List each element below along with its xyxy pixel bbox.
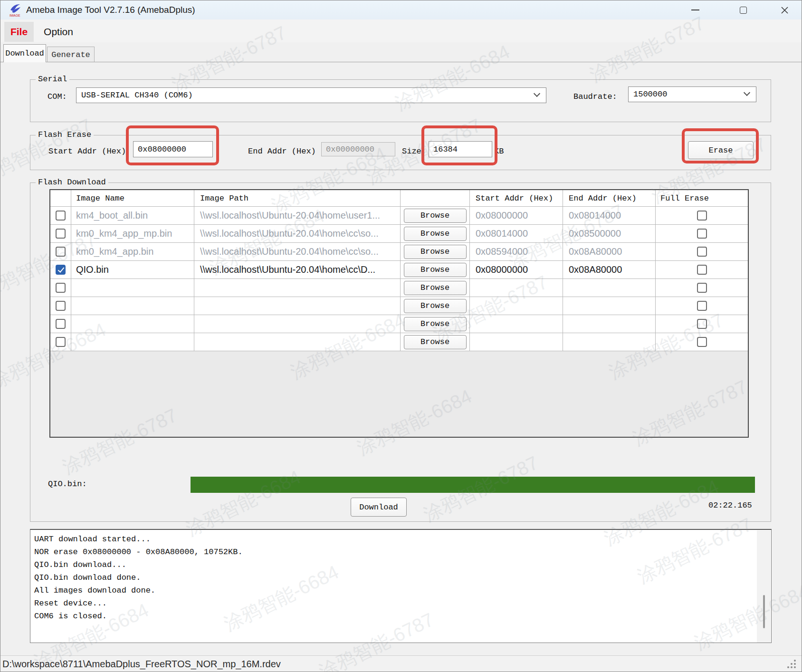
end-addr-cell[interactable] bbox=[563, 279, 656, 297]
col-header-start-addr: Start Addr (Hex) bbox=[470, 190, 563, 206]
row-select-checkbox[interactable] bbox=[56, 337, 66, 347]
image-name-cell: km4_boot_all.bin bbox=[71, 207, 194, 224]
image-path-cell: \\wsl.localhost\Ubuntu-20.04\home\cc\so.… bbox=[194, 225, 401, 242]
menu-option[interactable]: Option bbox=[40, 22, 76, 42]
title-bar: IMAGE Ameba Image Tool V2.7.16 (AmebaDpl… bbox=[0, 0, 802, 19]
full-erase-checkbox[interactable] bbox=[697, 283, 707, 293]
table-row: km4_boot_all.bin \\wsl.localhost\Ubuntu-… bbox=[50, 207, 748, 225]
log-output: UART download started... NOR erase 0x080… bbox=[30, 529, 772, 643]
table-row: Browse bbox=[50, 315, 748, 333]
start-addr-cell[interactable]: 0x08000000 bbox=[470, 207, 563, 224]
image-path-cell bbox=[194, 279, 401, 297]
table-row: Browse bbox=[50, 279, 748, 297]
erase-button[interactable]: Erase bbox=[688, 141, 754, 159]
minimize-button[interactable] bbox=[679, 0, 711, 19]
row-select-checkbox[interactable] bbox=[56, 265, 66, 275]
browse-button[interactable]: Browse bbox=[404, 335, 467, 349]
row-select-checkbox[interactable] bbox=[56, 283, 66, 293]
browse-button[interactable]: Browse bbox=[404, 299, 467, 313]
col-header-image-name: Image Name bbox=[71, 190, 194, 206]
browse-button[interactable]: Browse bbox=[404, 227, 467, 241]
close-button[interactable] bbox=[769, 0, 800, 19]
table-row: km0_km4_app_mp.bin \\wsl.localhost\Ubunt… bbox=[50, 225, 748, 243]
log-line: QIO.bin download... bbox=[34, 558, 771, 571]
minimize-icon bbox=[691, 10, 699, 10]
end-addr-cell[interactable]: 0x08A80000 bbox=[563, 261, 656, 278]
menu-bar: File Option bbox=[0, 19, 802, 42]
erase-end-addr-input: 0x00000000 bbox=[321, 142, 395, 156]
row-select-checkbox[interactable] bbox=[56, 301, 66, 311]
end-addr-cell[interactable] bbox=[563, 315, 656, 333]
col-header-full-erase: Full Erase bbox=[656, 190, 748, 206]
start-addr-cell[interactable] bbox=[470, 333, 563, 351]
full-erase-checkbox[interactable] bbox=[697, 211, 707, 221]
full-erase-checkbox[interactable] bbox=[697, 301, 707, 311]
image-path-cell bbox=[194, 297, 401, 315]
full-erase-checkbox[interactable] bbox=[697, 265, 707, 275]
tab-download[interactable]: Download bbox=[3, 44, 46, 62]
row-select-checkbox[interactable] bbox=[56, 247, 66, 257]
col-header-select bbox=[50, 190, 71, 206]
full-erase-checkbox[interactable] bbox=[697, 247, 707, 257]
serial-group-label: Serial bbox=[36, 75, 69, 84]
full-erase-checkbox[interactable] bbox=[697, 337, 707, 347]
start-addr-cell[interactable]: 0x08594000 bbox=[470, 243, 563, 260]
status-file-path: D:\workspace\8711\AmebaDplus_FreeRTOS_NO… bbox=[2, 659, 281, 670]
end-addr-cell[interactable] bbox=[563, 333, 656, 351]
image-path-cell: \\wsl.localhost\Ubuntu-20.04\home\cc\D..… bbox=[194, 261, 401, 278]
end-addr-cell[interactable]: 0x08014000 bbox=[563, 207, 656, 224]
download-button[interactable]: Download bbox=[351, 498, 407, 517]
resize-grip-icon[interactable] bbox=[794, 666, 796, 668]
browse-button[interactable]: Browse bbox=[404, 245, 467, 259]
log-scrollbar-thumb[interactable] bbox=[763, 595, 765, 628]
app-window: IMAGE Ameba Image Tool V2.7.16 (AmebaDpl… bbox=[0, 0, 802, 672]
baudrate-select[interactable]: 1500000 bbox=[628, 86, 756, 102]
start-addr-cell[interactable] bbox=[470, 315, 563, 333]
browse-button[interactable]: Browse bbox=[404, 263, 467, 277]
log-line: COM6 is closed. bbox=[34, 610, 771, 623]
erase-end-addr-label: End Addr (Hex) bbox=[248, 147, 316, 156]
table-header-row: Image Name Image Path Start Addr (Hex) E… bbox=[50, 190, 748, 207]
log-scrollbar[interactable] bbox=[757, 530, 771, 643]
erase-start-addr-input[interactable]: 0x08000000 bbox=[133, 141, 213, 157]
end-addr-cell[interactable]: 0x08A80000 bbox=[563, 243, 656, 260]
col-header-image-path: Image Path bbox=[194, 190, 401, 206]
browse-button[interactable]: Browse bbox=[404, 317, 467, 331]
row-select-checkbox[interactable] bbox=[56, 319, 66, 329]
window-title: Ameba Image Tool V2.7.16 (AmebaDplus) bbox=[26, 5, 195, 15]
start-addr-cell[interactable] bbox=[470, 297, 563, 315]
row-select-checkbox[interactable] bbox=[56, 229, 66, 239]
image-path-cell bbox=[194, 315, 401, 333]
end-addr-cell[interactable]: 0x08500000 bbox=[563, 225, 656, 242]
end-addr-cell[interactable] bbox=[563, 297, 656, 315]
erase-size-input[interactable]: 16384 bbox=[429, 141, 492, 157]
start-addr-cell[interactable]: 0x08014000 bbox=[470, 225, 563, 242]
log-line: All images download done. bbox=[34, 584, 771, 597]
full-erase-checkbox[interactable] bbox=[697, 229, 707, 239]
full-erase-checkbox[interactable] bbox=[697, 319, 707, 329]
browse-button[interactable]: Browse bbox=[404, 281, 467, 295]
menu-file[interactable]: File bbox=[4, 22, 34, 42]
table-row: QIO.bin \\wsl.localhost\Ubuntu-20.04\hom… bbox=[50, 261, 748, 279]
chevron-down-icon bbox=[744, 89, 750, 96]
baudrate-select-value: 1500000 bbox=[633, 90, 667, 99]
flash-erase-group: Flash Erase Start Addr (Hex) 0x08000000 … bbox=[30, 135, 771, 170]
tab-generate[interactable]: Generate bbox=[47, 47, 95, 62]
browse-button[interactable]: Browse bbox=[404, 209, 467, 223]
com-label: COM: bbox=[48, 92, 67, 101]
progress-file-label: QIO.bin: bbox=[48, 480, 87, 489]
maximize-button[interactable] bbox=[727, 0, 759, 19]
start-addr-cell[interactable] bbox=[470, 279, 563, 297]
serial-group: Serial COM: USB-SERIAL CH340 (COM6) Baud… bbox=[30, 79, 771, 122]
maximize-icon bbox=[740, 7, 747, 14]
com-select[interactable]: USB-SERIAL CH340 (COM6) bbox=[76, 87, 546, 103]
erase-size-label: Size: bbox=[402, 147, 426, 156]
start-addr-cell[interactable]: 0x08000000 bbox=[470, 261, 563, 278]
row-select-checkbox[interactable] bbox=[56, 211, 66, 221]
app-icon: IMAGE bbox=[9, 3, 21, 17]
flash-download-table: Image Name Image Path Start Addr (Hex) E… bbox=[49, 189, 749, 438]
status-bar: D:\workspace\8711\AmebaDplus_FreeRTOS_NO… bbox=[0, 655, 802, 672]
log-line: NOR erase 0x08000000 - 0x08A80000, 10752… bbox=[34, 546, 771, 558]
table-row: km0_km4_app.bin \\wsl.localhost\Ubuntu-2… bbox=[50, 243, 748, 261]
log-line: Reset device... bbox=[34, 597, 771, 610]
